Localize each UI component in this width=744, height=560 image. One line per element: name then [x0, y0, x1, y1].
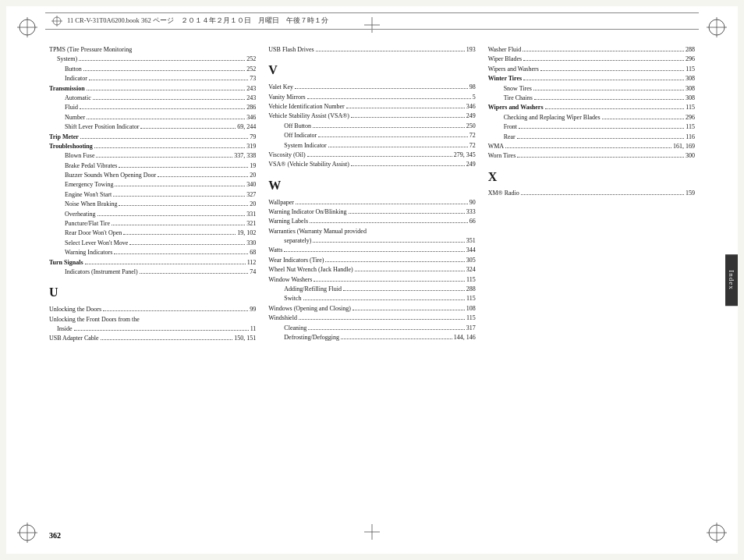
- entry-label: Front: [504, 122, 517, 132]
- list-item: System)252: [49, 55, 256, 64]
- list-item: Trip Meter79: [49, 133, 256, 142]
- entry-label: Winter Tires: [488, 74, 523, 83]
- corner-mark-br: [705, 521, 728, 544]
- entry-label: Vehicle Identification Number: [268, 102, 344, 112]
- entry-label: Brake Pedal Vibrates: [65, 161, 117, 171]
- list-item: Emergency Towing340: [49, 180, 256, 190]
- page-number: 362: [49, 531, 61, 540]
- entry-label: Windshield: [268, 314, 297, 323]
- entry-dots: [307, 156, 452, 157]
- entry-page: 193: [466, 45, 476, 55]
- entry-page: 115: [686, 122, 695, 132]
- list-item: Off Indicator72: [268, 131, 475, 140]
- entry-page: 249: [466, 160, 476, 169]
- entry-dots: [158, 176, 248, 177]
- entry-label: Fluid: [65, 103, 78, 112]
- column-1: USB Flash Drives193VValet Key98Vanity Mi…: [262, 45, 481, 515]
- entry-label: Off Indicator: [284, 131, 317, 140]
- entry-dots: [93, 99, 246, 100]
- entry-dots: [353, 310, 465, 310]
- entry-label: Select Lever Won't Move: [65, 239, 128, 248]
- entry-page: 159: [686, 189, 695, 198]
- entry-label: USB Flash Drives: [268, 45, 314, 55]
- entry-label: Off Button: [284, 122, 311, 131]
- entry-dots: [313, 242, 464, 243]
- list-item: Warranties (Warranty Manual provided: [268, 227, 475, 236]
- entry-dots: [295, 88, 468, 89]
- entry-label: Unlocking the Front Doors from the: [49, 315, 140, 324]
- entry-dots: [346, 108, 465, 108]
- entry-page: 144, 146: [454, 333, 476, 342]
- entry-dots: [328, 147, 468, 147]
- columns: TPMS (Tire Pressure MonitoringSystem)252…: [49, 45, 695, 515]
- entry-dots: [351, 117, 465, 118]
- list-item: Vehicle Identification Number346: [268, 102, 475, 112]
- list-item: Warning Indicators68: [49, 248, 256, 257]
- page-inner: 11 CR-V-31T0A6200.book 362 ページ ２０１４年２月１０…: [6, 6, 738, 554]
- corner-mark-tl: [16, 16, 39, 39]
- entry-label: Wipers and Washers: [488, 65, 539, 74]
- entry-label: Windows (Opening and Closing): [268, 304, 351, 314]
- entry-dots: [119, 167, 248, 168]
- entry-label: Troubleshooting: [49, 142, 93, 151]
- list-item: Blown Fuse337, 338: [49, 151, 256, 161]
- entry-dots: [74, 330, 249, 331]
- entry-dots: [83, 70, 246, 71]
- entry-dots: [521, 194, 684, 195]
- entry-dots: [296, 204, 468, 204]
- entry-dots: [534, 99, 684, 100]
- entry-page: 344: [466, 246, 476, 255]
- list-item: Noise When Braking20: [49, 200, 256, 209]
- entry-page: 66: [469, 217, 476, 226]
- entry-page: 115: [466, 314, 476, 323]
- entry-page: 72: [469, 131, 476, 140]
- entry-page: 5: [473, 93, 476, 102]
- entry-dots: [602, 119, 684, 119]
- entry-page: 252: [246, 55, 256, 64]
- list-item: Indicators (Instrument Panel)74: [49, 268, 256, 277]
- entry-page: 305: [466, 256, 476, 265]
- entry-dots: [79, 60, 245, 61]
- list-item: System Indicator72: [268, 141, 475, 151]
- section-letter-W: W: [268, 176, 475, 196]
- entry-dots: [96, 157, 232, 158]
- entry-page: 346: [246, 113, 256, 122]
- entry-page: 296: [686, 55, 695, 64]
- entry-label: Blown Fuse: [65, 151, 94, 161]
- entry-label: VSA® (Vehicle Stability Assist): [268, 160, 349, 169]
- entry-page: 279, 345: [454, 151, 476, 160]
- entry-label: Overheating: [65, 210, 96, 219]
- entry-page: 73: [250, 74, 256, 83]
- entry-dots: [351, 165, 465, 166]
- entry-dots: [540, 70, 685, 71]
- column-0: TPMS (Tire Pressure MonitoringSystem)252…: [49, 45, 262, 515]
- entry-dots: [523, 51, 684, 51]
- list-item: Windows (Opening and Closing)108: [268, 304, 475, 314]
- entry-dots: [325, 261, 464, 262]
- list-item: Worn Tires300: [488, 151, 695, 161]
- entry-dots: [523, 60, 684, 61]
- entry-dots: [103, 310, 248, 311]
- entry-label: Inside: [57, 324, 73, 334]
- entry-dots: [89, 80, 248, 80]
- entry-page: 68: [250, 248, 256, 257]
- entry-page: 296: [686, 113, 695, 122]
- entry-label: Viscosity (Oil): [268, 151, 305, 160]
- entry-label: Rear: [504, 133, 515, 142]
- list-item: Defrosting/Defogging144, 146: [268, 333, 475, 342]
- list-item: Wipers and Washers115: [488, 103, 695, 112]
- list-item: Front115: [488, 122, 695, 132]
- list-item: Troubleshooting319: [49, 142, 256, 151]
- section-letter-U: U: [49, 283, 256, 303]
- column-2: Washer Fluid288Wiper Blades296Wipers and…: [482, 45, 695, 515]
- entry-page: 19: [250, 161, 256, 171]
- entry-dots: [112, 225, 245, 225]
- list-item: Fluid286: [49, 103, 256, 112]
- entry-page: 308: [686, 74, 695, 83]
- list-item: Warning Indicator On/Blinking333: [268, 207, 475, 217]
- entry-label: Defrosting/Defogging: [284, 333, 339, 342]
- entry-label: Unlocking the Doors: [49, 305, 101, 314]
- entry-dots: [87, 119, 245, 119]
- entry-dots: [343, 290, 465, 291]
- section-letter-V: V: [268, 61, 475, 80]
